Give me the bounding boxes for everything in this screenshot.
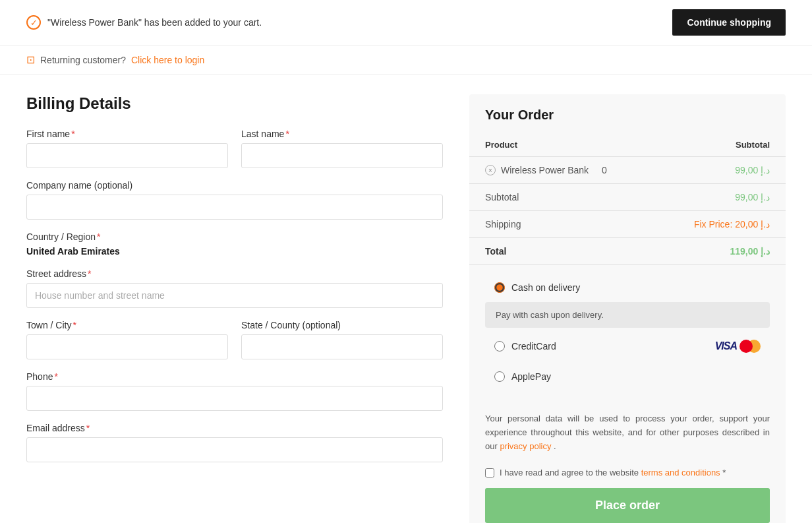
last-name-label: Last name* xyxy=(241,129,443,139)
place-order-button[interactable]: Place order xyxy=(485,488,770,523)
country-group: Country / Region* United Arab Emirates xyxy=(26,231,443,257)
notification-text: "Wireless Power Bank" has been added to … xyxy=(47,17,262,28)
payment-option-cash: Cash on delivery Pay with cash upon deli… xyxy=(485,276,770,328)
street-label: Street address* xyxy=(26,268,443,279)
privacy-text: Your personal data will be used to proce… xyxy=(469,404,786,461)
cart-icon: ⊡ xyxy=(26,53,35,66)
shipping-value: Fix Price: 20,00 د.إ xyxy=(655,211,786,238)
subtotal-value: 99,00 د.إ xyxy=(655,184,786,211)
privacy-link[interactable]: privacy policy xyxy=(500,441,551,451)
terms-row: I have read and agree to the website ter… xyxy=(469,461,786,488)
product-qty: 0 xyxy=(602,165,607,175)
terms-checkbox[interactable] xyxy=(485,468,494,477)
product-price: 99,00 د.إ xyxy=(655,157,786,184)
state-label: State / County (optional) xyxy=(241,320,443,330)
cash-option-header[interactable]: Cash on delivery xyxy=(485,276,770,299)
total-row: Total 119,00 د.إ xyxy=(469,238,786,265)
phone-group: Phone* xyxy=(26,371,443,411)
email-group: Email address* xyxy=(26,423,443,462)
credit-radio[interactable] xyxy=(494,341,505,352)
main-content: Billing Details First name* Last name* C… xyxy=(0,75,812,523)
card-icons: VISA xyxy=(715,340,761,353)
last-name-input[interactable] xyxy=(241,143,443,168)
apple-label: ApplePay xyxy=(511,371,551,382)
company-input[interactable] xyxy=(26,195,443,220)
credit-label: CreditCard xyxy=(511,341,556,352)
street-input[interactable] xyxy=(26,283,443,308)
billing-section: Billing Details First name* Last name* C… xyxy=(26,94,443,523)
total-label: Total xyxy=(469,238,655,265)
country-value: United Arab Emirates xyxy=(26,246,443,257)
continue-shopping-button[interactable]: Continue shopping xyxy=(672,9,786,36)
company-label: Company name (optional) xyxy=(26,180,443,191)
mastercard-icon xyxy=(740,340,761,353)
phone-label: Phone* xyxy=(26,371,443,382)
email-input[interactable] xyxy=(26,437,443,462)
col-subtotal: Subtotal xyxy=(655,133,786,157)
state-group: State / County (optional) xyxy=(241,320,443,359)
notification-message: ✓ "Wireless Power Bank" has been added t… xyxy=(26,15,262,30)
order-box: Your Order Product Subtotal × Wireless P… xyxy=(469,94,786,523)
street-group: Street address* xyxy=(26,268,443,308)
phone-input[interactable] xyxy=(26,386,443,411)
city-label: Town / City* xyxy=(26,320,228,330)
state-input[interactable] xyxy=(241,334,443,359)
cash-desc: Pay with cash upon delivery. xyxy=(485,302,770,328)
city-input[interactable] xyxy=(26,334,228,359)
city-state-row: Town / City* State / County (optional) xyxy=(26,320,443,359)
terms-text: I have read and agree to the website ter… xyxy=(500,468,726,477)
subtotal-label: Subtotal xyxy=(469,184,655,211)
payment-section: Cash on delivery Pay with cash upon deli… xyxy=(469,265,786,404)
col-product: Product xyxy=(469,133,655,157)
company-group: Company name (optional) xyxy=(26,180,443,220)
order-section: Your Order Product Subtotal × Wireless P… xyxy=(469,94,786,523)
first-name-group: First name* xyxy=(26,129,228,168)
total-value: 119,00 د.إ xyxy=(655,238,786,265)
product-name: Wireless Power Bank xyxy=(501,165,589,175)
cash-radio[interactable] xyxy=(494,282,505,293)
shipping-label: Shipping xyxy=(469,211,655,238)
city-group: Town / City* xyxy=(26,320,228,359)
visa-icon: VISA xyxy=(715,340,737,352)
subtotal-row: Subtotal 99,00 د.إ xyxy=(469,184,786,211)
apple-radio[interactable] xyxy=(494,371,505,382)
credit-option-header[interactable]: CreditCard VISA xyxy=(485,333,770,359)
check-icon: ✓ xyxy=(26,15,41,30)
apple-option-header[interactable]: ApplePay xyxy=(485,365,770,388)
order-title: Your Order xyxy=(469,94,786,133)
first-name-label: First name* xyxy=(26,129,228,139)
payment-option-credit: CreditCard VISA xyxy=(485,333,770,359)
country-label: Country / Region* xyxy=(26,231,443,242)
shipping-row: Shipping Fix Price: 20,00 د.إ xyxy=(469,211,786,238)
payment-option-apple: ApplePay xyxy=(485,365,770,388)
login-link[interactable]: Click here to login xyxy=(131,55,204,65)
returning-customer-bar: ⊡ Returning customer? Click here to logi… xyxy=(0,46,812,75)
remove-icon: × xyxy=(485,165,496,175)
first-name-input[interactable] xyxy=(26,143,228,168)
email-label: Email address* xyxy=(26,423,443,433)
name-row: First name* Last name* xyxy=(26,129,443,168)
notification-bar: ✓ "Wireless Power Bank" has been added t… xyxy=(0,0,812,46)
returning-text: Returning customer? xyxy=(40,55,126,65)
cash-delivery-box: Pay with cash upon delivery. xyxy=(485,302,770,328)
last-name-group: Last name* xyxy=(241,129,443,168)
billing-title: Billing Details xyxy=(26,94,443,113)
terms-link[interactable]: terms and conditions xyxy=(641,468,720,477)
table-row: × Wireless Power Bank 0 99,00 د.إ xyxy=(469,157,786,184)
order-table: Product Subtotal × Wireless Power Bank 0 xyxy=(469,133,786,265)
product-cell: × Wireless Power Bank 0 xyxy=(469,157,655,184)
cash-label: Cash on delivery xyxy=(511,282,580,293)
